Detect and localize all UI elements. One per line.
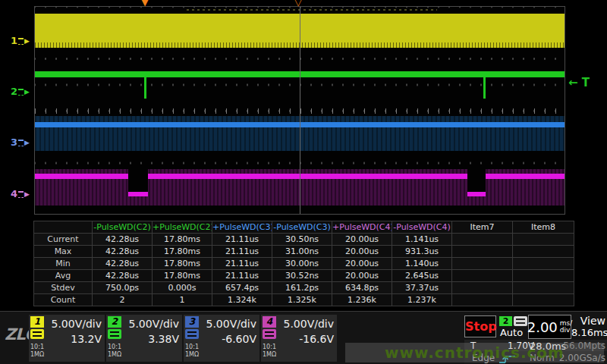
measurement-value bbox=[513, 270, 574, 282]
channel3-coupling-icon bbox=[185, 329, 199, 339]
dc-coupling-icon bbox=[18, 38, 24, 45]
measurement-value: 1.236k bbox=[332, 294, 392, 306]
measurement-row: Max42.28us17.80ms21.11us31.00ns20.00us93… bbox=[34, 246, 574, 258]
waveform-display[interactable] bbox=[34, 6, 565, 215]
measurement-value: 17.80ms bbox=[153, 270, 212, 282]
measurement-value bbox=[452, 246, 513, 258]
measurement-value: 17.80ms bbox=[153, 258, 212, 270]
measurement-row-label: Current bbox=[34, 234, 93, 246]
measurement-value bbox=[452, 258, 513, 270]
channel4-pulse-low bbox=[128, 192, 148, 196]
measurement-value: 21.11us bbox=[212, 270, 272, 282]
center-horizontal-ticks bbox=[35, 108, 565, 114]
channel4-coupling-icon bbox=[263, 329, 276, 339]
measurement-value bbox=[513, 294, 574, 306]
view-span-display[interactable]: View 8.16ms bbox=[571, 315, 605, 338]
measurement-value: 2.645us bbox=[392, 270, 452, 282]
measurement-column-header[interactable]: Item8 bbox=[513, 221, 574, 234]
channel3-probe-info: 10:11MΩ bbox=[185, 344, 199, 359]
measurement-column-header[interactable]: +PulseWD(C3) bbox=[212, 221, 272, 234]
channel3-position-marker[interactable]: 3▶ bbox=[11, 136, 33, 148]
trigger-source-badge[interactable]: 2 bbox=[499, 316, 512, 326]
measurement-value: 1.140us bbox=[392, 258, 452, 270]
channel1-position-marker[interactable]: 1▶ bbox=[11, 35, 33, 46]
trigger-position-marker-icon[interactable]: ▽ bbox=[294, 0, 302, 8]
measurement-value bbox=[513, 234, 574, 246]
measurement-column-header[interactable]: -PulseWD(C2) bbox=[93, 221, 153, 234]
measurement-value: 931.3us bbox=[392, 246, 452, 258]
watermark: www.cntronics.com bbox=[345, 343, 604, 362]
channel4-pulse-gap bbox=[128, 169, 148, 192]
measurement-table[interactable]: -PulseWD(C2)+PulseWD(C2)+PulseWD(C3)-Pul… bbox=[33, 221, 574, 306]
channel2-pulse-spike bbox=[144, 77, 146, 99]
channel3-scale: 5.00V/div bbox=[206, 318, 256, 330]
channel1-controls[interactable]: 1 5.00V/div 13.2V 10:11MΩ bbox=[29, 315, 105, 362]
channel4-scale: 5.00V/div bbox=[283, 318, 334, 330]
channel4-probe-info: 10:11MΩ bbox=[263, 344, 276, 359]
right-arrow-icon: ▶ bbox=[24, 190, 30, 198]
measurement-column-header[interactable]: +PulseWD(C2) bbox=[153, 221, 212, 234]
measurement-row-label: Max bbox=[34, 246, 93, 258]
channel4-offset: -16.6V bbox=[299, 333, 334, 345]
right-arrow-icon: ▶ bbox=[24, 37, 30, 45]
channel2-scale: 5.00V/div bbox=[128, 318, 179, 330]
timebase-value: 2.00 bbox=[527, 319, 558, 335]
measurement-value: 657.4ps bbox=[212, 282, 272, 294]
measurement-value bbox=[452, 270, 513, 282]
measurement-value bbox=[513, 282, 574, 294]
channel3-controls[interactable]: 3 5.00V/div -6.60V 10:11MΩ bbox=[184, 315, 259, 362]
trigger-coupling-icon[interactable] bbox=[514, 316, 527, 326]
channel1-probe-info: 10:11MΩ bbox=[30, 344, 44, 359]
channel4-badge: 4 bbox=[263, 316, 276, 328]
measurement-row-label: Avg bbox=[34, 270, 93, 282]
channel4-controls[interactable]: 4 5.00V/div -16.6V 10:11MΩ bbox=[261, 315, 337, 362]
timebase-control[interactable]: 2.00 ms/div bbox=[528, 315, 571, 339]
measurement-value: 0.000s bbox=[153, 282, 212, 294]
measurement-value: 37.37us bbox=[392, 282, 452, 294]
measurement-value: 30.52ns bbox=[272, 270, 332, 282]
channel1-offset: 13.2V bbox=[71, 333, 102, 345]
measurement-value bbox=[513, 246, 574, 258]
channel2-pulse-spike bbox=[483, 77, 486, 99]
measurement-value: 1.324k bbox=[212, 294, 272, 306]
measurement-value bbox=[452, 294, 513, 306]
measurement-column-header[interactable]: +PulseWD(C4) bbox=[332, 221, 392, 234]
trigger-mode-label[interactable]: Auto bbox=[495, 327, 528, 338]
channel2-position-marker[interactable]: 2▶ bbox=[11, 86, 33, 97]
measurement-row: Avg42.28us17.80ms21.11us30.52ns20.00us2.… bbox=[34, 270, 574, 282]
measurement-value: 1.141us bbox=[392, 234, 452, 246]
channel2-coupling-icon bbox=[108, 329, 121, 339]
measurement-column-header[interactable]: Item7 bbox=[452, 221, 513, 234]
measurement-value bbox=[513, 258, 574, 270]
channel2-probe-info: 10:11MΩ bbox=[108, 344, 121, 359]
channel2-offset: 3.38V bbox=[148, 333, 179, 345]
channel2-controls[interactable]: 2 5.00V/div 3.38V 10:11MΩ bbox=[106, 315, 182, 362]
measurement-value: 1.237k bbox=[392, 294, 452, 306]
measurement-column-header[interactable]: -PulseWD(C4) bbox=[392, 221, 452, 234]
measurement-row-label: Min bbox=[34, 258, 93, 270]
measurement-value: 1 bbox=[153, 294, 212, 306]
measurement-row-label: Count bbox=[34, 294, 93, 306]
run-stop-button[interactable]: Stop bbox=[464, 315, 496, 337]
channel2-badge: 2 bbox=[108, 316, 121, 328]
measurement-value: 20.00us bbox=[332, 258, 392, 270]
dc-coupling-icon bbox=[18, 191, 24, 198]
channel1-badge: 1 bbox=[30, 316, 44, 328]
channel1-scale: 5.00V/div bbox=[51, 318, 102, 330]
channel4-pulse-gap bbox=[467, 169, 486, 192]
measurement-value: 30.00ns bbox=[272, 258, 332, 270]
measurement-value: 42.28us bbox=[93, 234, 153, 246]
measurement-value: 20.00us bbox=[332, 246, 392, 258]
channel4-position-marker[interactable]: 4▶ bbox=[11, 188, 33, 199]
timebase-unit: ms/div bbox=[560, 320, 573, 334]
measurement-value: 161.2ps bbox=[272, 282, 332, 294]
trigger-delay-marker-icon[interactable]: ▼ bbox=[141, 0, 149, 8]
measurement-column-header[interactable]: -PulseWD(C3) bbox=[272, 221, 332, 234]
measurement-row-label: Stdev bbox=[34, 282, 93, 294]
measurement-value: 1.325k bbox=[272, 294, 332, 306]
measurement-value: 2 bbox=[93, 294, 153, 306]
measurement-value: 42.28us bbox=[93, 270, 153, 282]
measurement-value: 21.11us bbox=[212, 246, 272, 258]
channel3-badge: 3 bbox=[185, 316, 199, 328]
trigger-level-marker[interactable]: ← T bbox=[568, 76, 590, 89]
